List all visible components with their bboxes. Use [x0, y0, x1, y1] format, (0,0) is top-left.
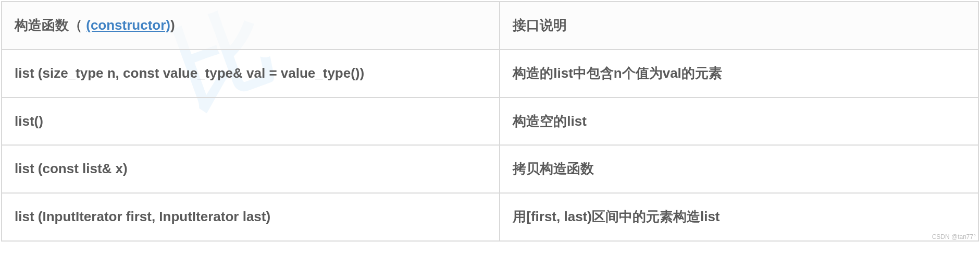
credit-watermark: CSDN @tan77° [932, 233, 976, 240]
table-header-row: 构造函数（ (constructor)) 接口说明 [2, 2, 978, 50]
header-prefix: 构造函数（ [15, 17, 86, 33]
constructor-link[interactable]: (constructor) [86, 17, 170, 33]
constructor-description: 构造空的list [500, 98, 978, 146]
constructor-description: 拷贝构造函数 [500, 145, 978, 193]
constructor-description: 用[first, last)区间中的元素构造list [500, 193, 978, 241]
constructor-signature: list (const list& x) [2, 145, 500, 193]
constructor-table: 构造函数（ (constructor)) 接口说明 list (size_typ… [1, 1, 979, 242]
constructor-signature: list (InputIterator first, InputIterator… [2, 193, 500, 241]
header-description-cell: 接口说明 [500, 2, 978, 50]
table-row: list (const list& x) 拷贝构造函数 [2, 145, 978, 193]
constructor-signature: list (size_type n, const value_type& val… [2, 50, 500, 98]
header-suffix: ) [170, 17, 175, 33]
table-row: list (size_type n, const value_type& val… [2, 50, 978, 98]
table-row: list() 构造空的list [2, 98, 978, 146]
header-constructor-cell: 构造函数（ (constructor)) [2, 2, 500, 50]
constructor-description: 构造的list中包含n个值为val的元素 [500, 50, 978, 98]
constructor-signature: list() [2, 98, 500, 146]
table-row: list (InputIterator first, InputIterator… [2, 193, 978, 241]
